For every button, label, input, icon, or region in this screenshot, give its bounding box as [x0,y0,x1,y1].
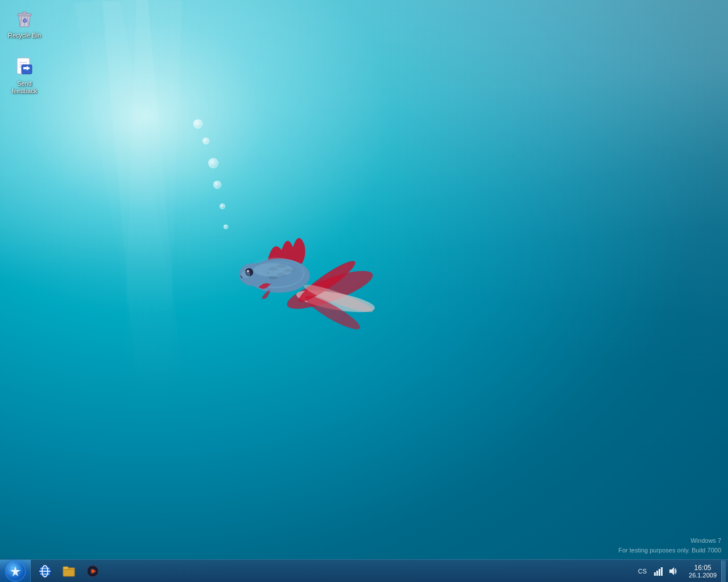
svg-point-7 [252,262,303,287]
svg-point-4 [302,291,363,334]
taskbar-explorer[interactable] [57,560,80,582]
bubble-1 [193,119,202,128]
watermark-line1: Windows 7 [618,536,721,546]
svg-rect-34 [63,567,68,569]
watermark-line2: For testing purposes only. Build 7000 [618,546,721,555]
recycle-bin-image: ♻ [13,7,36,30]
svg-point-12 [241,271,250,278]
svg-point-11 [247,270,249,272]
bubble-5 [220,203,225,209]
svg-rect-39 [656,571,658,576]
svg-rect-38 [654,572,656,576]
tray-icons: CS [630,560,684,582]
fish-decoration [216,216,375,341]
recycle-bin-icon[interactable]: ♻ Recycle Bin [5,5,44,41]
clock-time: 16:05 [694,564,712,572]
language-indicator[interactable]: CS [635,568,650,575]
desktop: ♻ Recycle Bin Send feedback Windo [0,0,728,582]
system-tray: CS [630,560,728,582]
bubble-3 [208,158,218,168]
bubble-6 [224,225,228,229]
start-orb [5,561,26,581]
svg-point-9 [245,268,253,276]
svg-point-6 [247,258,304,288]
send-feedback-icon[interactable]: Send feedback [5,53,44,97]
tray-volume-icon[interactable] [668,560,679,582]
svg-rect-27 [23,67,27,69]
svg-point-2 [295,256,359,306]
bubble-2 [202,138,209,144]
clock[interactable]: 16:05 26.1.2009 [684,560,721,582]
svg-point-1 [295,286,375,317]
svg-point-0 [283,264,375,316]
taskbar-quick-launch [31,560,107,582]
svg-point-5 [247,259,310,293]
recycle-bin-label: Recycle Bin [8,32,41,39]
svg-text:♻: ♻ [22,18,27,24]
watermark: Windows 7 For testing purposes only. Bui… [618,536,721,555]
taskbar: CS [0,559,728,582]
taskbar-ie[interactable] [34,560,56,582]
start-button[interactable] [0,560,31,583]
svg-point-8 [239,263,267,286]
svg-rect-19 [22,12,27,14]
tray-network-icon[interactable] [653,560,664,582]
svg-rect-40 [659,569,660,576]
send-feedback-label: Send feedback [7,80,42,95]
bubble-4 [213,181,221,189]
svg-point-3 [301,280,375,316]
svg-marker-42 [669,567,674,575]
send-feedback-image [13,55,36,78]
clock-date: 26.1.2009 [689,572,717,579]
svg-point-13 [253,263,293,277]
svg-point-10 [246,269,252,275]
taskbar-media[interactable] [81,560,104,582]
show-desktop-button[interactable] [721,560,726,582]
svg-rect-41 [661,567,663,576]
